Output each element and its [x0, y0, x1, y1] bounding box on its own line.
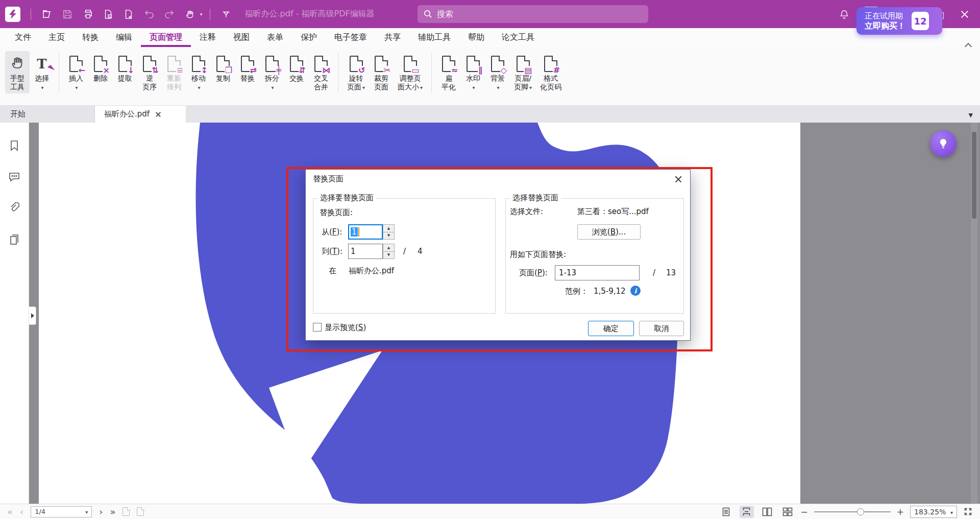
zoom-in-button[interactable]: + — [897, 507, 904, 517]
panel-expander[interactable] — [29, 306, 36, 325]
page-number-combo[interactable]: 1/4 — [31, 506, 92, 517]
page-icon: ⋈ — [314, 56, 328, 72]
extract-pages-button[interactable]: ↓ 提取 — [113, 51, 137, 85]
page-icon: ≡ — [167, 56, 181, 72]
close-window-button[interactable] — [954, 5, 975, 23]
spin-up-button[interactable] — [383, 244, 395, 252]
to-page-input[interactable]: 1 — [348, 244, 383, 259]
menu-paper-tools[interactable]: 论文工具 — [493, 28, 543, 47]
fullscreen-icon[interactable] — [963, 507, 973, 516]
duplicate-pages-button[interactable]: ❐ 复制 — [211, 51, 235, 85]
select-tool-button[interactable]: T 选择 — [30, 51, 54, 94]
trial-days-badge: 12 — [912, 12, 929, 30]
undo-icon[interactable] — [140, 6, 158, 23]
menu-form[interactable]: 表单 — [258, 28, 292, 47]
zoom-level-combo[interactable]: 183.25% — [910, 506, 957, 518]
bookmark-icon[interactable] — [9, 140, 19, 151]
menu-esign[interactable]: 电子签章 — [326, 28, 376, 47]
menu-convert[interactable]: 转换 — [74, 28, 107, 47]
watermark-button[interactable]: ∥ 水印 — [461, 51, 485, 94]
collapse-ribbon-icon[interactable] — [965, 43, 972, 48]
page-thumbnails-icon[interactable] — [9, 234, 19, 245]
tab-start[interactable]: 开始 — [0, 106, 95, 123]
menu-share[interactable]: 共享 — [376, 28, 409, 47]
insert-pages-button[interactable]: ← 插入 — [64, 51, 88, 94]
replace-pages-button[interactable]: ⇄ 替换 — [235, 51, 260, 85]
filter-icon[interactable] — [217, 6, 235, 23]
close-tab-icon[interactable] — [155, 111, 162, 118]
menu-protect[interactable]: 保护 — [292, 28, 326, 47]
rotate-pages-button[interactable]: ↺ 旋转页面 — [343, 51, 369, 94]
menu-accessibility[interactable]: 辅助工具 — [409, 28, 459, 47]
menu-help[interactable]: 帮助 — [459, 28, 493, 47]
to-label: 到(T): — [322, 247, 342, 256]
facing-view-button[interactable] — [760, 506, 774, 518]
flatten-button[interactable]: ≈ 扁平化 — [436, 51, 461, 93]
menu-home[interactable]: 主页 — [40, 28, 74, 47]
delete-page-icon[interactable] — [100, 6, 117, 23]
close-dialog-icon[interactable] — [674, 175, 683, 184]
previous-view-icon[interactable] — [122, 507, 130, 516]
tab-document-active[interactable]: 福昕办公.pdf — [95, 106, 186, 123]
zoom-slider[interactable] — [814, 508, 891, 515]
header-footer-button[interactable]: ▤ 页眉/页脚 — [510, 51, 536, 94]
next-page-button[interactable]: › — [99, 507, 103, 516]
assistant-lightbulb-button[interactable] — [930, 130, 957, 157]
slider-knob[interactable] — [857, 508, 864, 515]
move-pages-button[interactable]: ↕ 移动 — [186, 51, 211, 94]
page-icon: # — [544, 56, 557, 72]
attachment-icon[interactable] — [9, 202, 19, 214]
show-preview-checkbox[interactable] — [313, 323, 322, 332]
hand-tool-quick-icon[interactable] — [181, 6, 199, 23]
add-page-icon[interactable] — [120, 6, 137, 23]
format-page-number-button[interactable]: # 格式化页码 — [536, 51, 566, 93]
interleave-merge-button[interactable]: ⋈ 交叉合并 — [309, 51, 333, 93]
from-page-stepper[interactable]: 1 — [348, 224, 395, 240]
spin-up-button[interactable] — [383, 224, 395, 232]
search-input[interactable] — [437, 9, 642, 19]
reverse-order-button[interactable]: ⇅ 逆页序 — [137, 51, 162, 93]
menu-comment[interactable]: 注释 — [191, 28, 225, 47]
delete-pages-button[interactable]: × 删除 — [88, 51, 113, 85]
last-page-button[interactable]: » — [110, 507, 115, 516]
menu-page-management[interactable]: 页面管理 — [141, 28, 191, 47]
tab-list-chevron-icon[interactable]: ▼ — [969, 112, 973, 119]
resize-pages-button[interactable]: ▭ 调整页面大小 — [394, 51, 427, 94]
menu-file[interactable]: 文件 — [6, 28, 40, 47]
save-icon[interactable] — [59, 6, 76, 23]
search-box[interactable] — [418, 5, 648, 23]
from-page-input[interactable]: 1 — [348, 224, 383, 240]
single-page-view-button[interactable] — [719, 506, 733, 518]
hand-tool-button[interactable]: 手型工具 — [5, 51, 30, 93]
first-page-button[interactable]: « — [7, 507, 13, 516]
to-page-stepper[interactable]: 1 — [348, 244, 395, 259]
ok-button[interactable]: 确定 — [588, 321, 634, 336]
zoom-out-button[interactable]: − — [801, 507, 808, 517]
spin-down-button[interactable] — [383, 252, 395, 260]
info-icon[interactable]: i — [630, 286, 641, 296]
vertical-scrollbar[interactable] — [971, 123, 977, 504]
comment-icon[interactable] — [9, 172, 20, 182]
chevron-down-icon[interactable]: ▾ — [200, 12, 203, 17]
menu-view[interactable]: 视图 — [225, 28, 258, 47]
scrollbar-thumb[interactable] — [972, 132, 976, 219]
pages-range-input[interactable]: 1-13 — [555, 265, 640, 280]
print-icon[interactable] — [79, 6, 96, 23]
swap-pages-button[interactable]: ⇵ 交换 — [284, 51, 309, 85]
facing-continuous-view-button[interactable] — [780, 506, 795, 518]
split-document-button[interactable]: ╪ 拆分 — [260, 51, 284, 94]
continuous-view-button[interactable] — [740, 506, 754, 518]
crop-pages-button[interactable]: ✂ 裁剪页面 — [369, 51, 394, 93]
open-file-icon[interactable] — [38, 6, 56, 23]
menu-edit[interactable]: 编辑 — [107, 28, 141, 47]
background-button[interactable]: ◇ 背景 — [485, 51, 510, 94]
redo-icon[interactable] — [161, 6, 178, 23]
next-view-icon[interactable] — [137, 507, 144, 516]
previous-page-button[interactable]: ‹ — [20, 507, 23, 516]
spin-down-button[interactable] — [383, 232, 395, 240]
rearrange-pages-button: ≡ 重新排列 — [162, 51, 186, 93]
trial-purchase-banner[interactable]: 正在试用期立即购买！ 12 — [856, 7, 942, 35]
cancel-button[interactable]: 取消 — [639, 321, 684, 336]
notifications-bell-icon[interactable] — [836, 6, 853, 23]
browse-button[interactable]: 浏览(B)... — [577, 224, 641, 240]
